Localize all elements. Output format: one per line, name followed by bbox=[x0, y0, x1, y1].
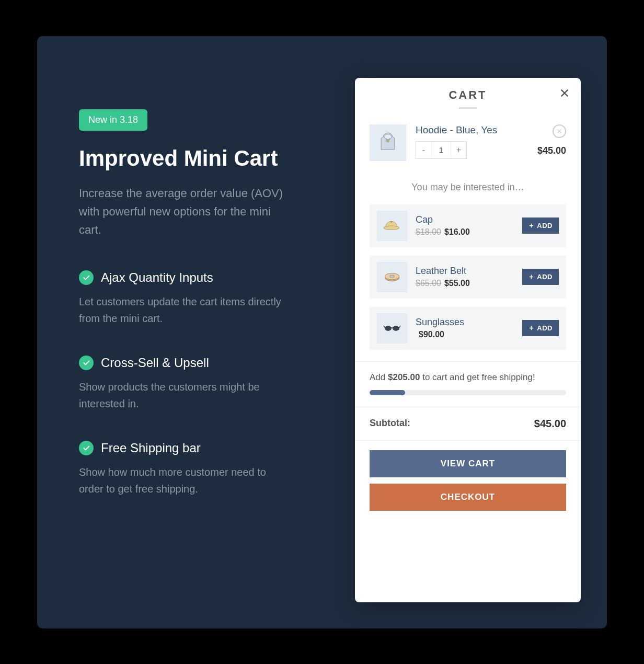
mini-cart: CART Hoodie - Blue, Yes - + bbox=[355, 78, 581, 602]
feature-desc: Let customers update the cart items dire… bbox=[79, 293, 288, 327]
cart-title: CART bbox=[355, 88, 581, 102]
hero-description: Increase the average order value (AOV) w… bbox=[79, 184, 288, 239]
belt-icon bbox=[377, 262, 407, 292]
cap-icon bbox=[377, 211, 407, 241]
cart-item-price: $45.00 bbox=[537, 145, 566, 156]
svg-point-1 bbox=[387, 140, 389, 142]
qty-increase-button[interactable]: + bbox=[451, 142, 466, 158]
svg-point-7 bbox=[385, 326, 392, 330]
svg-point-8 bbox=[393, 326, 399, 330]
cart-item: Hoodie - Blue, Yes - + $45.00 bbox=[370, 124, 566, 161]
promo-copy: New in 3.18 Improved Mini Cart Increase … bbox=[79, 78, 334, 602]
add-button[interactable]: ADD bbox=[522, 217, 559, 234]
upsell-heading: You may be interested in… bbox=[370, 182, 566, 193]
upsell-price: $90.00 bbox=[416, 330, 514, 339]
shipping-text: Add $205.00 to cart and get free shippin… bbox=[370, 372, 566, 383]
version-badge: New in 3.18 bbox=[79, 109, 147, 131]
subtotal-value: $45.00 bbox=[534, 418, 566, 430]
promo-canvas: New in 3.18 Improved Mini Cart Increase … bbox=[37, 36, 607, 628]
view-cart-button[interactable]: VIEW CART bbox=[370, 450, 566, 477]
upsell-price: $65.00$55.00 bbox=[416, 279, 514, 288]
check-icon bbox=[79, 270, 94, 285]
add-button[interactable]: ADD bbox=[522, 269, 559, 285]
upsell-name[interactable]: Cap bbox=[416, 214, 514, 225]
upsell-price: $18.00$16.00 bbox=[416, 227, 514, 237]
free-shipping-bar: Add $205.00 to cart and get free shippin… bbox=[355, 362, 581, 395]
cart-item-name: Hoodie - Blue, Yes bbox=[416, 124, 528, 136]
subtotal-row: Subtotal: $45.00 bbox=[355, 407, 581, 441]
svg-point-2 bbox=[384, 226, 399, 230]
title-underline bbox=[459, 107, 477, 109]
feature-crosssell: Cross-Sell & Upsell Show products the cu… bbox=[79, 356, 334, 412]
feature-desc: Show how much more customer need to orde… bbox=[79, 464, 288, 497]
feature-desc: Show products the customers might be int… bbox=[79, 379, 288, 412]
upsell-item: Sunglasses $90.00 ADD bbox=[370, 307, 566, 350]
sunglasses-icon bbox=[377, 313, 407, 344]
upsell-item: Cap $18.00$16.00 ADD bbox=[370, 204, 566, 247]
upsell-item: Leather Belt $65.00$55.00 ADD bbox=[370, 256, 566, 299]
feature-shipping: Free Shipping bar Show how much more cus… bbox=[79, 441, 334, 497]
feature-title: Cross-Sell & Upsell bbox=[101, 356, 209, 370]
feature-ajax: Ajax Quantity Inputs Let customers updat… bbox=[79, 270, 334, 327]
shipping-progress bbox=[370, 390, 566, 395]
hoodie-icon bbox=[370, 124, 406, 161]
upsell-name[interactable]: Leather Belt bbox=[416, 266, 514, 277]
check-icon bbox=[79, 356, 94, 370]
qty-decrease-button[interactable]: - bbox=[416, 142, 432, 158]
progress-fill bbox=[370, 390, 405, 395]
add-button[interactable]: ADD bbox=[522, 320, 559, 336]
subtotal-label: Subtotal: bbox=[370, 418, 410, 430]
svg-rect-6 bbox=[390, 275, 394, 278]
hero-title: Improved Mini Cart bbox=[79, 146, 334, 170]
quantity-stepper: - + bbox=[416, 141, 467, 159]
check-icon bbox=[79, 441, 94, 455]
feature-title: Ajax Quantity Inputs bbox=[101, 270, 213, 285]
upsell-name[interactable]: Sunglasses bbox=[416, 317, 514, 328]
svg-point-3 bbox=[391, 221, 393, 223]
close-icon[interactable] bbox=[558, 86, 571, 100]
remove-item-button[interactable] bbox=[553, 124, 566, 138]
qty-input[interactable] bbox=[432, 142, 451, 158]
feature-title: Free Shipping bar bbox=[101, 441, 201, 455]
svg-point-0 bbox=[384, 134, 392, 139]
checkout-button[interactable]: CHECKOUT bbox=[370, 484, 566, 511]
